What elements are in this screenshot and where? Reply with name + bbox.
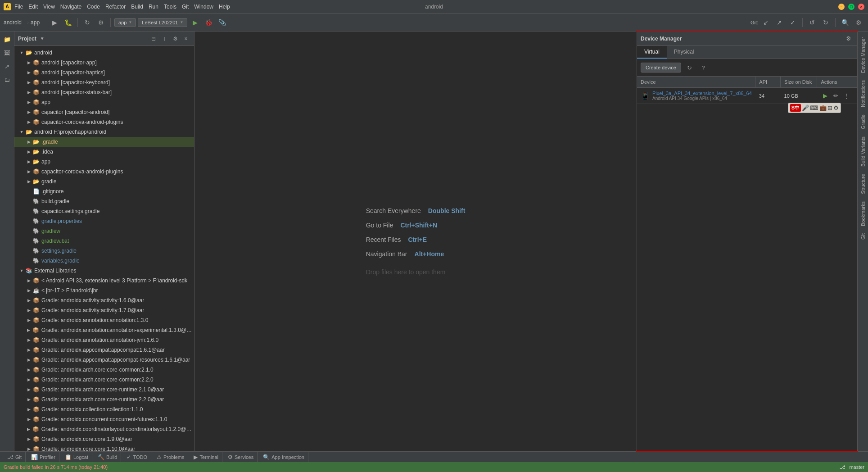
create-device-button[interactable]: Create device (641, 63, 681, 73)
tree-item-core110[interactable]: ▶ 📦 Gradle: androidx.core:core:1.10.0@aa… (14, 444, 194, 451)
launch-device-btn[interactable]: ▶ (821, 91, 830, 100)
tree-item-gradle-appcompat[interactable]: ▶ 📦 Gradle: androidx.appcompat:appcompat… (14, 345, 194, 355)
toolbar-build-icon[interactable]: ⚙ (95, 17, 107, 28)
ime-clipboard-icon[interactable]: 💼 (819, 104, 827, 111)
menu-navigate[interactable]: Navigate (60, 4, 81, 10)
git-push-btn[interactable]: ↗ (773, 17, 785, 28)
menu-git[interactable]: Git (182, 4, 189, 10)
ime-grid-icon[interactable]: ⊞ (827, 104, 832, 111)
maximize-button[interactable]: □ (848, 4, 854, 10)
tree-item-gradle-dir[interactable]: ▶ 📂 gradle (14, 177, 194, 186)
collapse-all-btn[interactable]: ⊟ (149, 34, 158, 43)
sort-btn[interactable]: ↕ (160, 34, 169, 43)
search-everywhere-btn[interactable]: 🔍 (839, 17, 851, 28)
menu-help[interactable]: Help (219, 4, 230, 10)
sidebar-icon-project2[interactable]: 🗂 (1, 74, 13, 86)
tab-virtual[interactable]: Virtual (637, 46, 667, 59)
tree-item-gradle-appcompat-res[interactable]: ▶ 📦 Gradle: androidx.appcompat:appcompat… (14, 355, 194, 365)
tree-item-cap-android[interactable]: ▶ 📦 capacitor [capacitor-android] (14, 107, 194, 117)
git-update-btn[interactable]: ↙ (760, 17, 772, 28)
menu-edit[interactable]: Edit (28, 4, 38, 10)
toolbar-sync-icon[interactable]: ↻ (81, 17, 93, 28)
menu-run[interactable]: Run (149, 4, 158, 10)
minimize-button[interactable]: − (838, 4, 845, 10)
right-tab-notifications[interactable]: Notifications (859, 77, 867, 111)
tree-root-android[interactable]: ▼ 📂 android (14, 48, 194, 58)
project-dropdown-arrow[interactable]: ▼ (40, 36, 45, 41)
settings-btn-2[interactable]: ⚙ (171, 34, 180, 43)
tree-item-arch-runtime22[interactable]: ▶ 📦 Gradle: androidx.arch.core:core-runt… (14, 395, 194, 404)
tree-item-arch-core22[interactable]: ▶ 📦 Gradle: androidx.arch.core:core-comm… (14, 375, 194, 385)
tree-item-gradlew-bat[interactable]: 🐘 gradlew.bat (14, 236, 194, 246)
tree-item-android-root[interactable]: ▼ 📂 android F:\project\app\android (14, 127, 194, 137)
sidebar-icon-project[interactable]: 📁 (1, 33, 13, 45)
tree-item-gradle-props[interactable]: 🐘 gradle.properties (14, 216, 194, 226)
tree-item-gradle-annotation-jvm[interactable]: ▶ 📦 Gradle: androidx.annotation:annotati… (14, 335, 194, 345)
tree-item-jbr17[interactable]: ▶ ☕ < jbr-17 > F:\android\jbr (14, 286, 194, 295)
ime-toolbar[interactable]: S中 🎤 ⌨ 💼 ⊞ ⚙ (788, 103, 841, 113)
device-config-dropdown[interactable]: LeBest L202201 ▼ (138, 18, 187, 27)
menu-tools[interactable]: Tools (164, 4, 176, 10)
tree-item-cap-keyboard[interactable]: ▶ 📦 android [capacitor-keyboard] (14, 77, 194, 87)
right-tab-gradle[interactable]: Gradle (859, 111, 867, 133)
run-button[interactable]: ▶ (189, 17, 201, 28)
tree-item-variables-gradle[interactable]: 🐘 variables.gradle (14, 256, 194, 266)
tree-item-cap-app[interactable]: ▶ 📦 android [capacitor-app] (14, 58, 194, 68)
debug-button[interactable]: 🐞 (203, 17, 214, 28)
run-config-dropdown[interactable]: app ▼ (114, 18, 136, 27)
bottom-tab-profiler[interactable]: 📊 Profiler (27, 452, 59, 462)
bottom-tab-todo[interactable]: ✓ TODO (123, 452, 151, 462)
tree-item-gradlew[interactable]: 🐘 gradlew (14, 226, 194, 236)
tree-item-settings-gradle[interactable]: 🐘 settings.gradle (14, 246, 194, 256)
help-btn[interactable]: ? (698, 63, 708, 73)
close-button[interactable]: × (858, 4, 864, 10)
menu-code[interactable]: Code (87, 4, 100, 10)
tab-physical[interactable]: Physical (667, 46, 701, 59)
sidebar-icon-resource[interactable]: 🖼 (1, 47, 13, 59)
tree-item-cordova[interactable]: ▶ 📦 capacitor-cordova-android-plugins (14, 117, 194, 127)
tree-item-arch-core21[interactable]: ▶ 📦 Gradle: androidx.arch.core:core-comm… (14, 365, 194, 375)
bottom-tab-services[interactable]: ⚙ Services (224, 452, 258, 462)
toolbar-run-icon[interactable]: ▶ (49, 17, 60, 28)
redo-btn[interactable]: ↻ (820, 17, 832, 28)
bottom-tab-app-inspection[interactable]: 🔍 App Inspection (259, 452, 308, 462)
tree-item-core19[interactable]: ▶ 📦 Gradle: androidx.core:core:1.9.0@aar (14, 434, 194, 444)
menu-window[interactable]: Window (194, 4, 213, 10)
sidebar-icon-commit[interactable]: ↗ (1, 60, 13, 72)
tree-item-cordova-dir[interactable]: ▶ 📦 capacitor-cordova-android-plugins (14, 167, 194, 177)
tree-item-cap-status[interactable]: ▶ 📦 android [capacitor-status-bar] (14, 87, 194, 97)
right-tab-device-manager[interactable]: Device Manager (859, 33, 867, 77)
ime-keyboard-icon[interactable]: ⌨ (810, 104, 818, 111)
more-device-btn[interactable]: ⋮ (842, 91, 851, 100)
refresh-devices-btn[interactable]: ↻ (685, 63, 695, 73)
tree-item-ext-libs[interactable]: ▼ 📚 External Libraries (14, 266, 194, 276)
tree-item-arch-runtime21[interactable]: ▶ 📦 Gradle: androidx.arch.core:core-runt… (14, 385, 194, 395)
bottom-tab-logcat[interactable]: 📋 Logcat (61, 452, 92, 462)
menu-file[interactable]: File (14, 4, 23, 10)
settings-btn[interactable]: ⚙ (853, 17, 864, 28)
tree-item-gradle-activity17[interactable]: ▶ 📦 Gradle: androidx.activity:activity:1… (14, 305, 194, 315)
tree-item-concurrent[interactable]: ▶ 📦 Gradle: androidx.concurrent:concurre… (14, 414, 194, 424)
undo-btn[interactable]: ↺ (806, 17, 818, 28)
bottom-tab-git[interactable]: ⎇ Git (4, 452, 26, 462)
tree-item-build-gradle[interactable]: 🐘 build.gradle (14, 196, 194, 206)
tree-item-api33[interactable]: ▶ 📦 < Android API 33, extension level 3 … (14, 276, 194, 286)
right-tab-build-variants[interactable]: Build Variants (859, 133, 867, 170)
tree-item-cap-settings[interactable]: 🐘 capacitor.settings.gradle (14, 206, 194, 216)
bottom-tab-build[interactable]: 🔨 Build (94, 452, 121, 462)
tree-item-cap-haptics[interactable]: ▶ 📦 android [capacitor-haptics] (14, 68, 194, 77)
right-tab-git[interactable]: Git (859, 230, 867, 243)
tree-item-gradle-activity16[interactable]: ▶ 📦 Gradle: androidx.activity:activity:1… (14, 295, 194, 305)
toolbar-debug-icon[interactable]: 🐛 (62, 17, 74, 28)
tree-item-idea[interactable]: ▶ 📂 .idea (14, 147, 194, 157)
ime-mic-icon[interactable]: 🎤 (802, 104, 809, 111)
tree-item-app-dir[interactable]: ▶ 📂 app (14, 157, 194, 167)
menu-refactor[interactable]: Refactor (105, 4, 126, 10)
tree-item-gradle-annotation13[interactable]: ▶ 📦 Gradle: androidx.annotation:annotati… (14, 315, 194, 325)
right-tab-structure[interactable]: Structure (859, 170, 867, 198)
tree-item-gradle[interactable]: ▶ 📂 .gradle (14, 137, 194, 147)
right-tab-bookmarks[interactable]: Bookmarks (859, 198, 867, 230)
tree-item-collection[interactable]: ▶ 📦 Gradle: androidx.collection:collecti… (14, 404, 194, 414)
edit-device-btn[interactable]: ✏ (832, 91, 841, 100)
tree-item-gradle-annotation-exp[interactable]: ▶ 📦 Gradle: androidx.annotation:annotati… (14, 325, 194, 335)
